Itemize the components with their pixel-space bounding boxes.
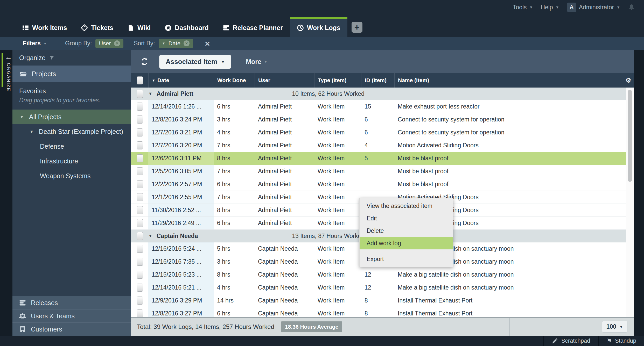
row-checkbox-cell: [131, 217, 148, 229]
menu-item-export[interactable]: Export: [360, 253, 453, 265]
checkbox[interactable]: [137, 219, 143, 227]
checkbox[interactable]: [137, 167, 143, 175]
tab-label: Dashboard: [175, 24, 209, 32]
sidebar-item-projects[interactable]: Projects: [12, 66, 131, 82]
menu-item-delete[interactable]: Delete: [360, 225, 453, 237]
row-checkbox-cell: [131, 100, 148, 113]
checkbox[interactable]: [137, 258, 143, 266]
topbar-menu: Tools ▼ Help ▼ A Administrator ▼: [513, 0, 635, 15]
column-header-id-item[interactable]: ID (Item): [361, 73, 394, 88]
remove-group-by-icon[interactable]: ×: [114, 40, 120, 46]
row-checkbox-cell: [131, 255, 148, 268]
remove-sort-by-icon[interactable]: ×: [184, 40, 190, 46]
filters-dropdown[interactable]: Filters ▼: [23, 40, 47, 47]
checkbox[interactable]: [137, 154, 143, 162]
sidebar-item-customers[interactable]: Customers: [12, 322, 131, 336]
checkbox[interactable]: [137, 76, 143, 84]
cell-type-item: Work Item: [314, 126, 361, 139]
expand-caret-icon[interactable]: ▼: [30, 129, 34, 134]
row-checkbox-cell: [131, 178, 148, 191]
table-row[interactable]: 12/7/2016 3:21 PM4 hrsAdmiral PiettWork …: [131, 126, 626, 139]
table-row[interactable]: 12/5/2016 3:05 PM7 hrsAdmiral PiettWork …: [131, 165, 626, 178]
tree-item-weapon-systems[interactable]: Weapon Systems: [12, 169, 131, 183]
cell-date: 11/30/2016 2:52 ...: [148, 204, 214, 217]
more-dropdown[interactable]: More ▼: [246, 58, 268, 66]
column-header-type-item[interactable]: Type (Item): [314, 73, 361, 88]
tools-menu[interactable]: Tools ▼: [513, 4, 533, 11]
table-row[interactable]: 12/9/2016 3:29 PM14 hrsCaptain NeedaWork…: [131, 294, 626, 307]
scrollbar-thumb[interactable]: [628, 90, 632, 182]
checkbox[interactable]: [137, 245, 143, 253]
sidebar-item-releases[interactable]: Releases: [12, 296, 131, 309]
associated-item-dropdown[interactable]: Associated Item ▼: [159, 55, 231, 69]
cell-id-item: 6: [361, 113, 394, 126]
checkbox[interactable]: [137, 180, 143, 188]
column-settings-button[interactable]: ⚙: [623, 73, 634, 88]
tab-tickets[interactable]: Tickets: [74, 17, 120, 37]
checkbox[interactable]: [137, 309, 143, 317]
sidebar-item-users-teams[interactable]: Users & Teams: [12, 309, 131, 322]
standup-button[interactable]: ⚑ Standup: [598, 336, 644, 346]
tab-wiki[interactable]: Wiki: [120, 17, 158, 37]
bell-icon[interactable]: [628, 4, 635, 11]
scratchpad-button[interactable]: Scratchpad: [543, 336, 598, 346]
tree-item-death-star-example-project-[interactable]: ▼Death Star (Example Project): [12, 124, 131, 139]
select-all-checkbox[interactable]: [131, 73, 148, 88]
checkbox[interactable]: [137, 103, 143, 111]
tree-item-infrastructure[interactable]: Infrastructure: [12, 154, 131, 169]
refresh-icon[interactable]: [140, 57, 149, 66]
column-header-user[interactable]: User: [255, 73, 314, 88]
tree-item-defense[interactable]: Defense: [12, 139, 131, 154]
column-header-date[interactable]: ▼ Date: [148, 73, 214, 88]
grid-toolbar: Associated Item ▼ More ▼: [131, 50, 634, 73]
checkbox[interactable]: [137, 141, 143, 149]
tab-work-items[interactable]: Work Items: [15, 17, 74, 37]
table-row[interactable]: 12/8/2016 3:27 PM6 hrsCaptain NeedaWork …: [131, 307, 626, 317]
user-menu[interactable]: A Administrator ▼: [567, 3, 620, 12]
table-row[interactable]: 12/2/2016 2:57 PM6 hrsAdmiral PiettWork …: [131, 178, 626, 191]
sort-caret-icon: ▼: [152, 78, 155, 82]
group-by-chip[interactable]: User ×: [95, 39, 123, 48]
tab-work-logs[interactable]: Work Logs: [290, 17, 347, 37]
checkbox[interactable]: [137, 193, 143, 201]
menu-item-edit[interactable]: Edit: [360, 212, 453, 225]
group-row[interactable]: ▼Admiral Piett10 Items, 62 Hours Worked: [131, 88, 626, 100]
clear-filters-button[interactable]: ×: [205, 39, 210, 48]
checkbox[interactable]: [137, 297, 143, 305]
checkbox[interactable]: [137, 116, 143, 124]
table-row[interactable]: 12/7/2016 3:20 PM7 hrsAdmiral PiettWork …: [131, 139, 626, 152]
tab-label: Release Planner: [233, 24, 283, 32]
collapse-arrow-icon[interactable]: ←: [5, 54, 12, 61]
expand-caret-icon[interactable]: ▼: [20, 115, 24, 119]
tree-item-all-projects[interactable]: ▼All Projects: [12, 110, 131, 124]
table-row[interactable]: 12/6/2016 3:11 PM8 hrsAdmiral PiettWork …: [131, 152, 626, 165]
row-checkbox-cell: [131, 165, 148, 178]
filter-funnel-icon[interactable]: [49, 55, 55, 61]
help-menu[interactable]: Help ▼: [541, 4, 559, 11]
cell-id-item: 4: [361, 139, 394, 152]
column-header-name-item[interactable]: Name (Item): [394, 73, 574, 88]
table-row[interactable]: 12/14/2016 1:26 ...6 hrsAdmiral PiettWor…: [131, 100, 626, 113]
menu-item-view-the-associated-item[interactable]: View the associated item: [360, 200, 453, 212]
tab-release-planner[interactable]: Release Planner: [216, 17, 290, 37]
table-row[interactable]: 12/15/2016 5:23 ...8 hrsCaptain NeedaWor…: [131, 268, 626, 281]
vertical-scrollbar[interactable]: [626, 88, 634, 317]
top-band: Tools ▼ Help ▼ A Administrator ▼ Work It…: [0, 0, 644, 37]
checkbox[interactable]: [137, 206, 143, 214]
column-header-work-done[interactable]: Work Done: [214, 73, 255, 88]
row-checkbox-cell: [131, 191, 148, 204]
checkbox[interactable]: [137, 284, 143, 292]
page-size-dropdown[interactable]: 100 ▼: [602, 321, 627, 333]
checkbox[interactable]: [137, 271, 143, 279]
organize-rail-tab[interactable]: ← ORGANIZE: [2, 53, 13, 92]
table-row[interactable]: 12/8/2016 3:24 PM3 hrsAdmiral PiettWork …: [131, 113, 626, 126]
organize-header: Organize: [12, 50, 131, 66]
add-tab-button[interactable]: +: [352, 22, 362, 33]
tab-dashboard[interactable]: Dashboard: [158, 17, 216, 37]
menu-item-add-work-log[interactable]: Add work log: [360, 237, 453, 249]
checkbox[interactable]: [137, 128, 143, 136]
cell-work-done: 7 hrs: [214, 191, 255, 204]
cell-user: Admiral Piett: [255, 191, 314, 204]
sort-by-chip[interactable]: ▼ Date ×: [159, 39, 193, 48]
table-row[interactable]: 12/14/2016 5:21 ...4 hrsCaptain NeedaWor…: [131, 281, 626, 294]
